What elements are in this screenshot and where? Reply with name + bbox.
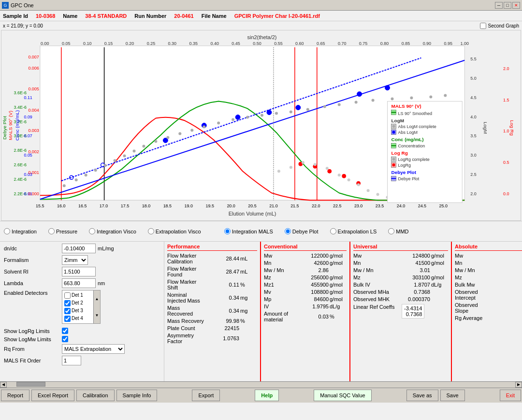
- svg-text:0.80: 0.80: [380, 41, 389, 46]
- linear-ref-coeffs-box: -3.4314 0.7368: [402, 304, 424, 319]
- lambda-input[interactable]: [62, 278, 96, 288]
- svg-text:0.11: 0.11: [24, 95, 32, 100]
- svg-text:0.95: 0.95: [444, 41, 452, 46]
- svg-point-126: [391, 98, 394, 101]
- radio-debye-plot[interactable]: [285, 228, 291, 234]
- svg-point-133: [342, 174, 346, 178]
- svg-point-124: [355, 101, 358, 104]
- det2-checkbox[interactable]: [64, 300, 71, 306]
- radio-integration-visco[interactable]: [89, 228, 95, 234]
- svg-point-107: [123, 154, 126, 157]
- mals-fit-input[interactable]: [62, 356, 81, 365]
- svg-text:sin2(theta/2): sin2(theta/2): [247, 34, 277, 40]
- det3-checkbox[interactable]: [64, 308, 71, 314]
- solvent-ri-input[interactable]: [62, 267, 96, 276]
- horizontal-scrollbar[interactable]: ◀ ▶: [0, 381, 522, 387]
- svg-text:LogRg complete: LogRg complete: [398, 157, 429, 162]
- svg-text:0.35: 0.35: [189, 41, 198, 46]
- radio-extrapolation-visco-label: Extrapolation Visco: [156, 229, 201, 234]
- maximize-button[interactable]: □: [504, 2, 511, 9]
- export-button[interactable]: Export: [192, 390, 220, 401]
- svg-text:23.5: 23.5: [376, 203, 384, 208]
- svg-point-168: [392, 163, 395, 166]
- file-name-value: GPCIR Polymer Char I-20-0461.rdf: [234, 13, 320, 19]
- det-scroll-up[interactable]: ▲: [94, 290, 100, 307]
- coord-bar: x = 21.09; y = 0.00 Second Graph: [0, 21, 522, 30]
- svg-text:0.00: 0.00: [41, 41, 49, 46]
- univ-mw-row: Mw 124800 g/mol: [353, 253, 448, 259]
- exit-button[interactable]: Exit: [500, 390, 521, 401]
- calibration-button[interactable]: Calibration: [76, 390, 115, 401]
- svg-point-116: [232, 118, 234, 121]
- svg-point-102: [75, 178, 78, 181]
- svg-text:Abs LogM complete: Abs LogM complete: [398, 124, 436, 129]
- data-panel: Performance Flow Marker Calibration 28.4…: [164, 242, 522, 381]
- svg-text:0.70: 0.70: [338, 41, 346, 46]
- radio-integration-mals[interactable]: [224, 228, 231, 234]
- radio-pressure[interactable]: [48, 228, 55, 234]
- manual-sqc-button[interactable]: Manual SQC Value: [314, 390, 371, 401]
- svg-text:MALS 90° (V): MALS 90° (V): [8, 111, 13, 140]
- sample-info-button[interactable]: Sample Info: [116, 390, 158, 401]
- univ-mn-row: Mn 41500 g/mol: [353, 260, 448, 266]
- svg-text:Conc (mg/mL): Conc (mg/mL): [391, 137, 423, 142]
- enabled-detectors-row: Enabled Detectors Det 1 Det 2 Det 3 Det …: [4, 290, 160, 324]
- det1-checkbox[interactable]: [64, 292, 71, 299]
- performance-title: Performance: [167, 244, 257, 251]
- radio-extrapolation-ls[interactable]: [330, 228, 336, 234]
- svg-text:Debye Plot: Debye Plot: [2, 116, 7, 140]
- formalism-select[interactable]: Zimm Berry Debye: [62, 255, 88, 265]
- show-logrg-checkbox[interactable]: [62, 328, 68, 334]
- svg-text:0.07: 0.07: [24, 133, 32, 138]
- radio-bar: Integration Pressure Integration Visco E…: [0, 221, 522, 241]
- svg-text:5.5: 5.5: [470, 57, 476, 61]
- minimize-button[interactable]: ─: [495, 2, 503, 9]
- dndc-input[interactable]: [62, 244, 96, 253]
- chart-area[interactable]: sin2(theta/2) 0.00 0.05 0.10 0.15 0.20 0…: [1, 30, 521, 221]
- radio-pressure-label: Pressure: [56, 229, 77, 234]
- svg-point-137: [302, 161, 304, 164]
- close-button[interactable]: ✕: [512, 2, 520, 9]
- svg-text:2.5: 2.5: [470, 172, 476, 177]
- scroll-thumb[interactable]: [16, 382, 45, 387]
- abs-mwmn-row: Mw / Mn: [455, 267, 522, 273]
- lambda-row: Lambda nm: [4, 278, 160, 288]
- svg-point-108: [132, 149, 135, 152]
- svg-text:1.5: 1.5: [503, 98, 509, 102]
- svg-point-154: [392, 125, 395, 128]
- help-button[interactable]: Help: [255, 390, 279, 401]
- svg-text:3.5: 3.5: [470, 133, 476, 138]
- save-as-button[interactable]: Save as: [406, 390, 438, 401]
- svg-point-119: [275, 112, 278, 115]
- radio-mmd[interactable]: [388, 228, 394, 234]
- svg-point-144: [377, 193, 379, 196]
- svg-text:0.0: 0.0: [503, 191, 509, 196]
- show-logrg-label: Show LogRg Limits: [4, 328, 62, 334]
- svg-point-138: [314, 163, 317, 166]
- rq-from-select[interactable]: MALS Extrapolation: [62, 344, 125, 354]
- universal-title: Universal: [353, 244, 448, 251]
- det4-checkbox[interactable]: [64, 316, 71, 322]
- svg-text:2.4E-6: 2.4E-6: [14, 177, 26, 182]
- scroll-right-btn[interactable]: ▶: [515, 382, 522, 388]
- det1-label: Det 1: [72, 291, 83, 299]
- scroll-left-btn[interactable]: ◀: [0, 382, 7, 388]
- svg-point-117: [246, 116, 249, 119]
- radio-integration[interactable]: [4, 228, 10, 234]
- second-graph-checkbox[interactable]: [480, 23, 486, 29]
- report-button[interactable]: Report: [1, 390, 29, 401]
- svg-text:21.0: 21.0: [269, 203, 277, 208]
- svg-text:17.5: 17.5: [121, 203, 129, 208]
- svg-text:0.40: 0.40: [210, 41, 218, 46]
- det-scroll-down[interactable]: ▼: [94, 307, 100, 323]
- radio-extrapolation-visco[interactable]: [148, 228, 154, 234]
- svg-point-125: [372, 99, 375, 102]
- solvent-ri-row: Solvent RI: [4, 267, 160, 276]
- excel-report-button[interactable]: Excel Report: [31, 390, 74, 401]
- save-button[interactable]: Save: [440, 390, 465, 401]
- show-logmw-checkbox[interactable]: [62, 336, 68, 342]
- conventional-title: Conventional: [264, 244, 347, 251]
- asymmetry-factor-row: Asymmetry Factor 1.0763: [167, 333, 257, 344]
- svg-point-121: [306, 108, 309, 111]
- univ-obs-mha-row: Observed MHa 0.7368: [353, 289, 448, 295]
